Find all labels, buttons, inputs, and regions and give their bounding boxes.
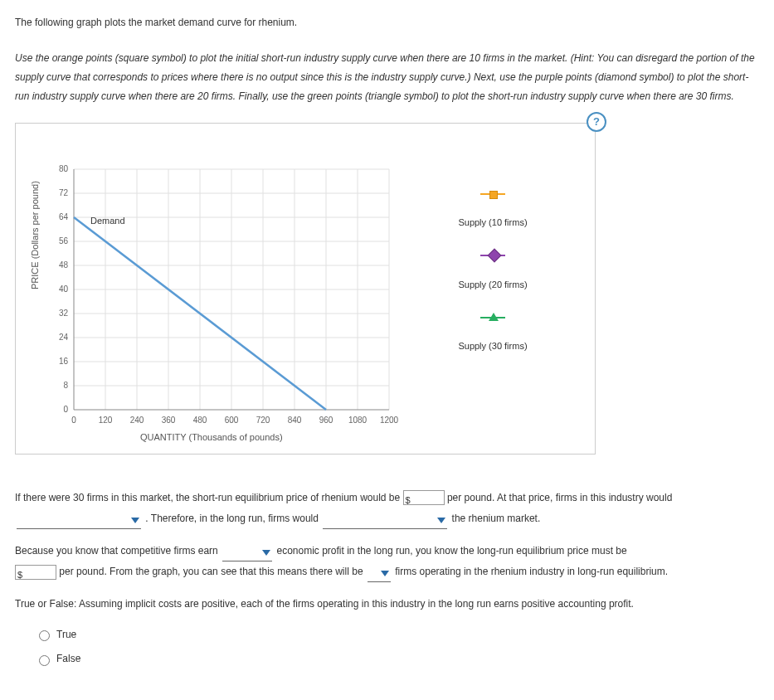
diamond-purple-icon <box>480 250 505 260</box>
legend-label: Supply (30 firms) <box>406 339 580 354</box>
price-input-2[interactable]: $ <box>15 565 56 580</box>
chart-plot-area[interactable]: Demand <box>74 169 389 410</box>
x-axis-label: QUANTITY (Thousands of pounds) <box>140 430 283 445</box>
question-3-prompt: True or False: Assuming implicit costs a… <box>15 594 759 615</box>
chevron-down-icon <box>131 518 139 523</box>
legend-supply-20[interactable]: Supply (20 firms) <box>406 250 580 292</box>
legend-supply-30[interactable]: Supply (30 firms) <box>406 312 580 354</box>
chevron-down-icon <box>437 518 445 523</box>
intro-text: The following graph plots the market dem… <box>15 15 759 31</box>
dropdown-enter-exit[interactable] <box>323 517 447 529</box>
demand-label: Demand <box>90 214 125 229</box>
chevron-down-icon <box>381 571 389 576</box>
triangle-green-icon <box>480 313 505 323</box>
option-true[interactable]: True <box>35 627 759 643</box>
question-2: Because you know that competitive firms … <box>15 541 759 582</box>
y-ticks: 0 8 16 24 32 40 48 56 64 72 80 <box>53 169 71 410</box>
dropdown-zero-profit[interactable] <box>222 549 272 561</box>
help-icon[interactable]: ? <box>587 112 606 132</box>
legend-label: Supply (20 firms) <box>406 278 580 293</box>
legend-supply-10[interactable]: Supply (10 firms) <box>406 188 580 231</box>
square-orange-icon <box>480 189 505 199</box>
dropdown-num-firms[interactable] <box>368 570 391 582</box>
graph-container[interactable]: ? PRICE (Dollars per pound) QUANTITY (Th… <box>15 123 596 455</box>
dropdown-profit-loss[interactable] <box>17 517 141 529</box>
radio-false[interactable] <box>39 655 50 666</box>
y-axis-label: PRICE (Dollars per pound) <box>28 181 43 289</box>
instructions-text: Use the orange points (square symbol) to… <box>15 49 759 105</box>
legend-label: Supply (10 firms) <box>406 216 580 231</box>
true-false-group: True False <box>35 627 759 667</box>
chart-legend: Supply (10 firms) Supply (20 firms) Supp… <box>406 182 580 374</box>
chevron-down-icon <box>262 550 270 556</box>
chart-svg <box>74 169 389 410</box>
price-input-1[interactable]: $ <box>403 490 445 505</box>
option-false[interactable]: False <box>35 651 759 667</box>
radio-true[interactable] <box>39 630 50 641</box>
question-1: If there were 30 firms in this market, t… <box>15 488 759 529</box>
